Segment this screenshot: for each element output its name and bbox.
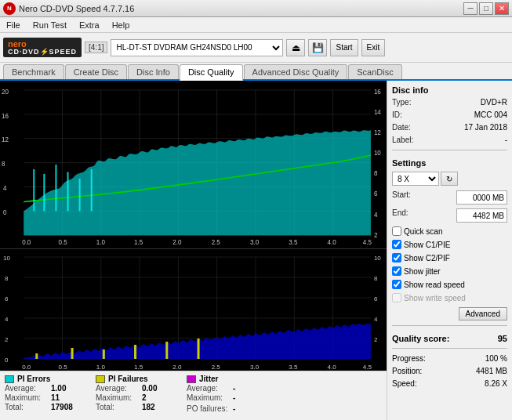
advanced-button[interactable]: Advanced xyxy=(459,307,507,320)
quick-scan-row: Quick scan xyxy=(392,226,507,236)
quality-score-label: Quality score: xyxy=(392,334,449,343)
close-button[interactable]: ✕ xyxy=(495,2,509,15)
pi-errors-avg-value: 1.00 xyxy=(51,384,82,393)
start-button[interactable]: Start xyxy=(330,39,358,56)
svg-text:6: 6 xyxy=(374,190,378,198)
jitter-avg-value: - xyxy=(233,384,264,393)
quality-score-row: Quality score: 95 xyxy=(392,334,507,343)
end-input[interactable] xyxy=(456,208,507,223)
progress-row: Progress: 100 % xyxy=(392,354,507,363)
svg-text:3.0: 3.0 xyxy=(250,238,259,247)
svg-text:4.5: 4.5 xyxy=(363,364,372,371)
show-c2pif-checkbox[interactable] xyxy=(392,253,401,262)
chart-area: 20 16 12 8 4 0 16 14 12 10 8 6 4 2 0.0 0… xyxy=(0,81,387,420)
svg-text:4: 4 xyxy=(374,316,378,323)
chart-bottom: 10 8 6 4 2 0 10 8 6 4 2 0.0 0.5 1.0 1.5 … xyxy=(0,249,387,371)
svg-rect-62 xyxy=(71,348,74,359)
show-jitter-checkbox[interactable] xyxy=(392,266,401,276)
tab-bar: Benchmark Create Disc Disc Info Disc Qua… xyxy=(0,63,512,81)
menu-help[interactable]: Help xyxy=(109,19,133,31)
start-input[interactable] xyxy=(456,190,507,205)
pi-errors-title: PI Errors xyxy=(17,375,50,383)
show-jitter-row: Show jitter xyxy=(392,266,507,276)
svg-text:8: 8 xyxy=(374,169,378,178)
drive-select[interactable]: HL-DT-ST DVDRAM GH24NSD0 LH00 xyxy=(111,39,283,56)
tab-benchmark[interactable]: Benchmark xyxy=(3,64,64,79)
disc-type-label: Type: xyxy=(392,98,411,107)
svg-text:4: 4 xyxy=(374,210,378,219)
speed-value: 8.26 X xyxy=(485,379,507,388)
pi-failures-stats: PI Failures Average: 0.00 Maximum: 2 Tot… xyxy=(96,375,174,411)
svg-text:2: 2 xyxy=(374,230,378,239)
jitter-title: Jitter xyxy=(199,375,218,383)
svg-text:6: 6 xyxy=(5,295,9,302)
pi-failures-total-label: Total: xyxy=(96,403,139,411)
disc-label-row: Label: - xyxy=(392,136,507,144)
eject-icon[interactable]: ⏏ xyxy=(286,39,305,56)
show-read-speed-checkbox[interactable] xyxy=(392,280,401,289)
disc-type-value: DVD+R xyxy=(481,98,507,107)
svg-text:1.5: 1.5 xyxy=(134,364,143,371)
svg-text:0.5: 0.5 xyxy=(58,364,67,371)
svg-text:12: 12 xyxy=(2,136,9,144)
speed-select[interactable]: 8 X xyxy=(392,172,439,186)
pi-failures-avg-value: 0.00 xyxy=(142,384,173,393)
svg-text:4: 4 xyxy=(3,184,7,193)
jitter-color xyxy=(187,375,196,383)
disc-date-row: Date: 17 Jan 2018 xyxy=(392,123,507,132)
show-c1-row: Show C1/PIE xyxy=(392,240,507,249)
svg-rect-42 xyxy=(55,165,56,211)
speed-row: Speed: 8.26 X xyxy=(392,379,507,388)
pi-errors-total-value: 17908 xyxy=(51,403,82,411)
po-failures-row: PO failures: - xyxy=(187,404,265,413)
svg-rect-61 xyxy=(35,353,38,359)
progress-label: Progress: xyxy=(392,354,426,363)
svg-text:8: 8 xyxy=(374,275,378,282)
quick-scan-checkbox[interactable] xyxy=(392,226,401,236)
svg-rect-41 xyxy=(43,174,45,212)
disc-type-row: Type: DVD+R xyxy=(392,98,507,107)
tab-create-disc[interactable]: Create Disc xyxy=(65,64,127,79)
svg-text:0.5: 0.5 xyxy=(58,238,67,247)
menu-extra[interactable]: Extra xyxy=(76,19,103,31)
show-read-speed-label: Show read speed xyxy=(404,281,465,289)
svg-text:4.5: 4.5 xyxy=(363,238,372,247)
tab-disc-info[interactable]: Disc Info xyxy=(128,64,179,79)
disc-date-value: 17 Jan 2018 xyxy=(464,123,507,132)
pi-errors-avg-label: Average: xyxy=(5,384,48,393)
menu-file[interactable]: File xyxy=(3,19,24,31)
svg-rect-43 xyxy=(67,172,69,212)
disc-id-row: ID: MCC 004 xyxy=(392,110,507,119)
show-jitter-label: Show jitter xyxy=(404,267,441,276)
progress-value: 100 % xyxy=(485,354,507,363)
svg-text:10: 10 xyxy=(374,148,381,157)
show-write-speed-checkbox[interactable] xyxy=(392,293,401,302)
svg-text:1.5: 1.5 xyxy=(134,238,143,247)
show-c1pie-checkbox[interactable] xyxy=(392,240,401,249)
pi-errors-color xyxy=(5,375,14,383)
exit-button[interactable]: Exit xyxy=(361,39,386,56)
svg-text:0: 0 xyxy=(5,357,9,364)
svg-text:3.0: 3.0 xyxy=(250,364,260,371)
svg-rect-44 xyxy=(79,179,81,212)
tab-disc-quality[interactable]: Disc Quality xyxy=(180,64,243,81)
save-icon[interactable]: 💾 xyxy=(308,39,327,56)
show-read-speed-row: Show read speed xyxy=(392,280,507,289)
tab-scandisc[interactable]: ScanDisc xyxy=(348,64,401,79)
maximize-button[interactable]: □ xyxy=(479,2,493,15)
pi-errors-max-value: 11 xyxy=(51,393,82,402)
refresh-button[interactable]: ↻ xyxy=(441,172,458,186)
position-label: Position: xyxy=(392,367,422,375)
tab-advanced-disc-quality[interactable]: Advanced Disc Quality xyxy=(244,64,348,79)
disc-label-label: Label: xyxy=(392,136,413,144)
svg-text:3.5: 3.5 xyxy=(289,238,297,247)
toolbar: nero CD·DVD⚡SPEED [4:1] HL-DT-ST DVDRAM … xyxy=(0,33,512,63)
po-failures-label: PO failures: xyxy=(187,404,230,413)
start-label: Start: xyxy=(392,190,411,205)
menu-run-test[interactable]: Run Test xyxy=(30,19,70,31)
drive-label: [4:1] xyxy=(85,42,107,53)
svg-text:2: 2 xyxy=(374,336,378,343)
disc-id-value: MCC 004 xyxy=(474,110,507,119)
position-value: 4481 MB xyxy=(476,367,507,375)
minimize-button[interactable]: ─ xyxy=(463,2,478,15)
